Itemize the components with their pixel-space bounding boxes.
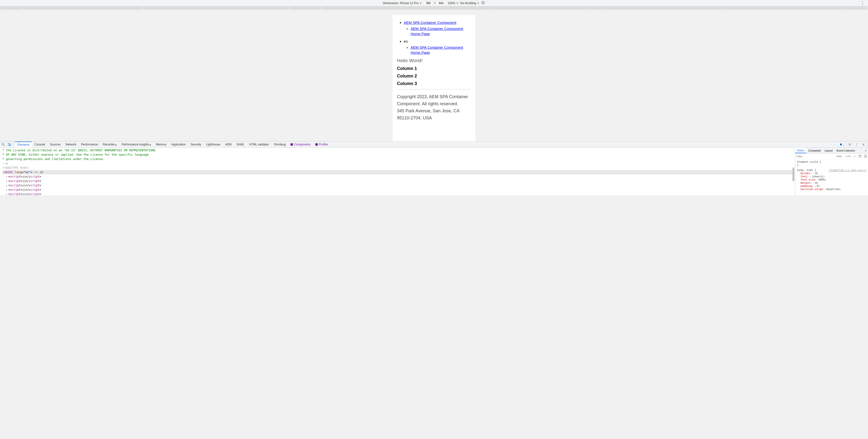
rule-source-link[interactable]: clientlib-r…c.min.css:1 — [829, 168, 866, 172]
chevron-down-icon: ▼ — [477, 2, 479, 4]
issues-count: 1 — [843, 143, 845, 146]
dimensions-label: Dimensions: — [383, 1, 399, 5]
tab-aem[interactable]: AEM — [223, 142, 234, 147]
svg-line-1 — [482, 2, 484, 4]
styles-rules[interactable]: element.style { } clientlib-r…c.min.css:… — [795, 159, 868, 195]
list-item: en AEM SPA Container Component Home Page — [404, 39, 471, 55]
chevron-down-icon: ▼ — [420, 2, 422, 4]
nav-list-lang: en AEM SPA Container Component Home Page — [397, 39, 471, 55]
throttling-select[interactable]: No throttling ▼ — [460, 1, 479, 5]
devtools-tabstrip: Elements Console Sources Network Perform… — [0, 141, 868, 148]
preview-badge-icon: ▴ — [115, 143, 117, 146]
react-ext-icon — [290, 143, 293, 146]
new-style-rule-icon[interactable]: ＋ — [852, 154, 857, 158]
zoom-select[interactable]: 100% ▼ — [447, 1, 458, 5]
issues-badge[interactable]: 1 — [838, 143, 846, 147]
device-toolbar: Dimensions: iPhone 12 Pro ▼ × 100% ▼ No … — [0, 0, 868, 6]
kebab-menu-icon[interactable]: ⋮ — [859, 1, 866, 5]
code-line[interactable]: ▸<script>⋯</script> — [2, 175, 793, 179]
css-property[interactable]: font: ▸inherit; — [797, 175, 866, 178]
code-line: * governing permissions and limitations … — [2, 157, 793, 161]
tab-sources[interactable]: Sources — [48, 142, 63, 147]
nav-list: AEM SPA Container Component AEM SPA Cont… — [397, 20, 471, 36]
code-line[interactable]: ▸<script>⋯</script> — [2, 183, 793, 188]
code-line[interactable]: ▸<script>⋯</script> — [2, 192, 793, 195]
css-property[interactable]: padding: ▸0; — [797, 184, 866, 188]
svg-rect-9 — [859, 155, 861, 157]
device-name: iPhone 12 Pro — [400, 1, 418, 5]
preview-badge-icon: ▴ — [150, 143, 151, 146]
device-ruler — [0, 6, 868, 10]
tab-profiler[interactable]: Profiler — [313, 142, 331, 147]
tab-layout[interactable]: Layout — [823, 148, 835, 153]
styles-toolbar: :hov .cls ＋ — [795, 154, 868, 159]
rule-selector[interactable]: body, html { — [797, 168, 816, 172]
svg-rect-11 — [864, 155, 867, 157]
device-select[interactable]: Dimensions: iPhone 12 Pro ▼ — [383, 1, 422, 5]
nav-link-home-1[interactable]: AEM SPA Container Component Home Page — [411, 27, 463, 36]
tab-memory[interactable]: Memory — [154, 142, 169, 147]
tab-event-listeners[interactable]: Event Listeners — [835, 148, 857, 153]
kebab-menu-icon[interactable]: ⋮ — [854, 141, 860, 148]
scrollbar[interactable] — [792, 148, 795, 195]
css-property[interactable]: margin: ▸0; — [797, 181, 866, 184]
eq-zero: == $0 — [34, 170, 43, 174]
css-property[interactable]: border: ▸0; — [797, 172, 866, 175]
column-heading: Column 2 — [397, 73, 471, 79]
tab-security[interactable]: Security — [188, 142, 204, 147]
svg-rect-5 — [840, 144, 842, 146]
computed-styles-icon[interactable] — [857, 155, 863, 158]
styles-tabstrip: Styles Computed Layout Event Listeners » — [795, 148, 868, 154]
code-line: * the License is distributed on an "AS I… — [2, 148, 793, 153]
dimension-inputs: × — [424, 1, 446, 5]
nav-link-top[interactable]: AEM SPA Container Component — [404, 21, 457, 25]
tab-performance[interactable]: Performance — [79, 142, 100, 147]
close-icon[interactable] — [860, 141, 867, 148]
selected-node[interactable]: ⋯<html lang="en"> == $0 — [2, 170, 793, 175]
code-line: * OF ANY KIND, either express or implied… — [2, 153, 793, 157]
address-text: 345 Park Avenue, San Jose, CA 95110-2704… — [397, 107, 471, 122]
width-input[interactable] — [424, 1, 433, 5]
gear-icon[interactable] — [846, 141, 853, 148]
tab-performance-insights[interactable]: Performance insights▴ — [119, 142, 154, 147]
tab-omnibug[interactable]: Omnibug — [272, 142, 288, 147]
hello-text: Hello World! — [397, 58, 471, 64]
tab-recorder[interactable]: Recorder▴ — [100, 142, 119, 147]
rule-selector[interactable]: element.style { — [797, 160, 866, 163]
tab-html-validator[interactable]: HTML validator — [247, 142, 272, 147]
css-property[interactable]: font-size: 100%; — [797, 178, 866, 181]
tab-styles[interactable]: Styles — [795, 148, 806, 153]
react-ext-icon — [315, 143, 318, 146]
toggle-sidebar-icon[interactable] — [863, 155, 868, 158]
chevron-down-icon: ▼ — [456, 2, 458, 4]
throttling-value: No throttling — [460, 1, 476, 5]
height-input[interactable] — [436, 1, 446, 5]
tab-elements[interactable]: Elements — [15, 142, 32, 147]
device-toggle-icon[interactable] — [6, 141, 13, 148]
tab-application[interactable]: Application — [169, 142, 188, 147]
list-item: AEM SPA Container Component Home Page — [411, 26, 471, 36]
inspect-icon[interactable] — [0, 141, 6, 148]
times-label: × — [434, 1, 435, 5]
hov-toggle[interactable]: :hov — [834, 155, 843, 158]
tab-console[interactable]: Console — [32, 142, 48, 147]
cls-toggle[interactable]: .cls — [843, 155, 852, 158]
tab-network[interactable]: Network — [63, 142, 79, 147]
styles-filter-input[interactable] — [795, 155, 834, 158]
nav-link-home-2[interactable]: AEM SPA Container Component Home Page — [411, 45, 463, 55]
code-line[interactable]: <!DOCTYPE html> — [2, 166, 793, 170]
css-property[interactable]: vertical-align: baseline; — [797, 188, 866, 191]
viewport-stage: AEM SPA Container Component AEM SPA Cont… — [0, 10, 868, 141]
code-line[interactable]: ▸<script>⋯</script> — [2, 188, 793, 192]
more-tabs-icon[interactable]: » — [864, 149, 868, 152]
tab-lighthouse[interactable]: Lighthouse — [204, 142, 223, 147]
zoom-value: 100% — [447, 1, 455, 5]
code-line: --> — [2, 161, 793, 166]
tab-components[interactable]: Components — [288, 142, 313, 147]
rotate-icon[interactable] — [481, 1, 485, 5]
code-line[interactable]: ▸<script>⋯</script> — [2, 179, 793, 183]
tab-computed[interactable]: Computed — [806, 148, 823, 153]
elements-panel[interactable]: * the License is distributed on an "AS I… — [0, 148, 795, 195]
list-item: AEM SPA Container Component Home Page — [411, 45, 471, 55]
tab-saml[interactable]: SAML — [234, 142, 247, 147]
